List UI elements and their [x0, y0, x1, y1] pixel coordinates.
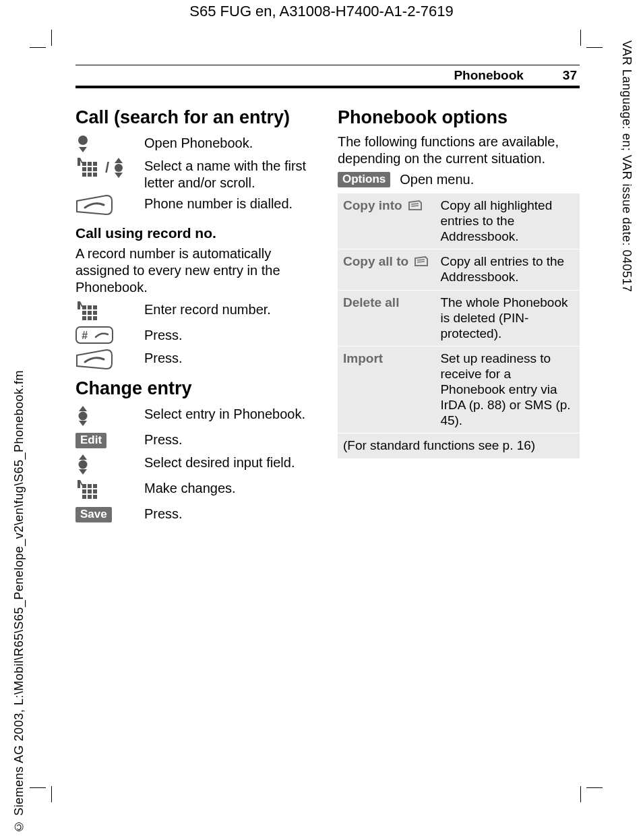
svg-marker-11 — [115, 158, 123, 163]
step-row: Select desired input field. — [75, 453, 317, 476]
svg-marker-27 — [79, 421, 87, 426]
keypad-press-icon — [75, 300, 102, 323]
svg-rect-17 — [82, 311, 86, 315]
joystick-down-icon — [75, 133, 90, 154]
svg-rect-10 — [93, 173, 97, 177]
joystick-updown-icon — [75, 404, 90, 427]
side-note-right: VAR Language: en; VAR issue date: 040517 — [619, 40, 634, 293]
step-text: Open Phonebook. — [144, 133, 317, 152]
svg-rect-20 — [82, 316, 86, 320]
opt-desc: Copy all highlighted entries to the Addr… — [435, 193, 580, 249]
step-row: # Press. — [75, 326, 317, 346]
step-text: Select entry in Phonebook. — [144, 404, 317, 423]
svg-rect-22 — [93, 316, 97, 320]
opt-name: Copy all to — [343, 254, 408, 268]
svg-marker-1 — [79, 147, 87, 152]
svg-marker-30 — [79, 469, 87, 475]
step-text: Press. — [144, 326, 317, 344]
svg-rect-4 — [93, 162, 97, 166]
svg-rect-33 — [93, 484, 97, 488]
step-row: Open Phonebook. — [75, 133, 317, 154]
keypad-press-icon — [75, 156, 102, 179]
svg-rect-38 — [88, 495, 92, 499]
step-row: / Select a name with the first letter an… — [75, 156, 317, 191]
svg-rect-35 — [88, 489, 92, 493]
svg-rect-36 — [93, 489, 97, 493]
svg-marker-25 — [79, 406, 87, 411]
softkey-save: Save — [75, 507, 112, 522]
svg-text:#: # — [82, 330, 88, 341]
running-head-page: 37 — [563, 68, 577, 83]
table-row: Import Set up readiness to receive for a… — [338, 347, 580, 433]
addressbook-icon — [407, 200, 423, 211]
table-footer: (For standard functions see p. 16) — [338, 433, 580, 459]
svg-point-26 — [79, 412, 88, 421]
opt-name: Copy into — [343, 198, 402, 212]
step-text: Press. — [144, 504, 317, 522]
table-row: Copy all to Copy all entries to the Addr… — [338, 249, 580, 291]
opt-desc: Set up readiness to receive for a Phoneb… — [435, 347, 580, 433]
call-key-icon — [75, 194, 113, 216]
joystick-updown-icon — [75, 453, 90, 476]
svg-marker-28 — [79, 454, 87, 460]
table-row: Copy into Copy all highlighted entries t… — [338, 193, 580, 249]
options-table: Copy into Copy all highlighted entries t… — [338, 193, 580, 459]
opt-footer-text: (For standard functions see p. 16) — [338, 433, 580, 459]
svg-rect-37 — [82, 495, 86, 499]
svg-rect-15 — [88, 305, 92, 309]
svg-rect-9 — [88, 173, 92, 177]
step-row: Edit Press. — [75, 430, 317, 450]
opt-desc: Copy all entries to the Addressbook. — [435, 249, 580, 291]
table-row: Delete all The whole Phonebook is delete… — [338, 291, 580, 347]
step-row: Enter record number. — [75, 300, 317, 323]
side-note-left: © Siemens AG 2003, L:\Mobil\R65\S65_Pene… — [12, 370, 26, 833]
step-row: Press. — [75, 349, 317, 370]
step-text: Press. — [144, 349, 317, 367]
svg-rect-18 — [88, 311, 92, 315]
step-row: Save Press. — [75, 504, 317, 524]
recno-intro: A record number is automatically assigne… — [75, 245, 317, 296]
step-text: Select a name with the first letter and/… — [144, 156, 317, 191]
svg-point-29 — [79, 460, 88, 469]
running-head-section: Phonebook — [454, 68, 523, 83]
heading-change: Change entry — [75, 378, 317, 399]
svg-rect-34 — [82, 489, 86, 493]
hash-key-icon: # — [75, 326, 113, 345]
step-row: Phone number is dialled. — [75, 194, 317, 216]
svg-rect-6 — [88, 167, 92, 171]
opt-desc: The whole Phonebook is deleted (PIN-prot… — [435, 291, 580, 347]
svg-rect-32 — [88, 484, 92, 488]
svg-rect-16 — [93, 305, 97, 309]
svg-rect-19 — [93, 311, 97, 315]
step-row: Make changes. — [75, 479, 317, 502]
open-menu-text: Open menu. — [400, 171, 580, 188]
svg-rect-8 — [82, 173, 86, 177]
svg-marker-13 — [115, 173, 123, 178]
svg-line-40 — [411, 204, 419, 204]
svg-point-12 — [115, 164, 123, 172]
svg-rect-3 — [88, 162, 92, 166]
svg-rect-2 — [82, 162, 86, 166]
step-text: Make changes. — [144, 479, 317, 497]
step-text: Enter record number. — [144, 300, 317, 318]
left-column: Call (search for an entry) Open Phoneboo… — [75, 99, 317, 527]
svg-line-42 — [417, 260, 425, 260]
svg-rect-7 — [93, 167, 97, 171]
keypad-press-icon — [75, 479, 102, 502]
svg-rect-21 — [88, 316, 92, 320]
svg-rect-5 — [82, 167, 86, 171]
joystick-updown-icon — [112, 156, 125, 179]
step-row: Select entry in Phonebook. — [75, 404, 317, 427]
svg-line-43 — [417, 262, 425, 262]
options-key-row: Options Open menu. — [338, 171, 580, 188]
step-text: Press. — [144, 430, 317, 448]
options-intro: The following functions are available, d… — [338, 133, 580, 167]
step-text: Phone number is dialled. — [144, 194, 317, 212]
svg-rect-39 — [93, 495, 97, 499]
running-head: Phonebook 37 — [75, 65, 580, 88]
page-body: Phonebook 37 Call (search for an entry) … — [75, 65, 580, 787]
softkey-edit: Edit — [75, 433, 106, 448]
softkey-options: Options — [338, 172, 390, 187]
step-text: Select desired input field. — [144, 453, 317, 471]
heading-call: Call (search for an entry) — [75, 107, 317, 128]
